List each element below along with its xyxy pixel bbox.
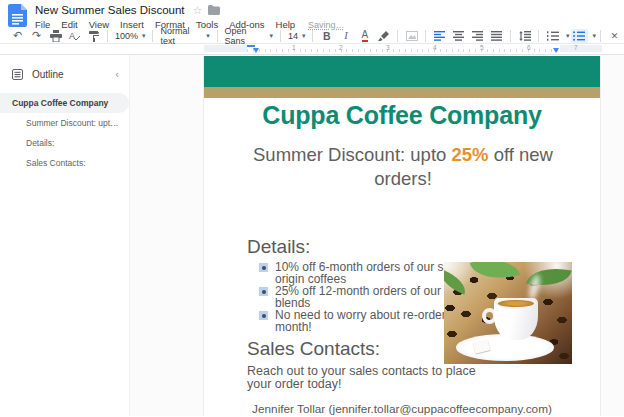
toolbar-separator xyxy=(280,30,281,42)
ruler-number: 6 xyxy=(527,44,531,51)
align-right-icon[interactable] xyxy=(469,29,486,43)
align-justify-icon[interactable] xyxy=(488,29,505,43)
numbered-list-icon[interactable] xyxy=(544,29,561,43)
menu-format[interactable]: Format xyxy=(155,19,185,30)
google-docs-logo-icon[interactable] xyxy=(8,4,27,27)
bold-button[interactable]: B xyxy=(318,29,335,43)
menu-addons[interactable]: Add-ons xyxy=(229,19,264,30)
subtitle-discount-value: 25% xyxy=(451,144,488,165)
ruler-left-margin xyxy=(204,45,247,52)
print-icon[interactable] xyxy=(47,29,64,43)
coffee-cup-image[interactable] xyxy=(444,262,572,364)
document-page[interactable]: Cuppa Coffee Company Summer Discount: up… xyxy=(203,56,601,416)
doc-subtitle[interactable]: Summer Discount: upto 25% off new orders… xyxy=(233,143,573,191)
main-area: Outline ‹ Cuppa Coffee Company Summer Di… xyxy=(0,55,624,416)
first-line-indent-marker[interactable] xyxy=(247,45,255,48)
align-center-icon[interactable] xyxy=(450,29,467,43)
ruler-number: 1 xyxy=(292,44,296,51)
bullet-marker-icon xyxy=(259,311,268,320)
titlebar: New Summer Sales Discount ☆ File Edit Vi… xyxy=(0,0,624,28)
chevron-down-icon: ▾ xyxy=(206,32,210,40)
menu-insert[interactable]: Insert xyxy=(120,19,144,30)
align-left-icon[interactable] xyxy=(431,29,448,43)
ruler[interactable]: 1 2 3 4 5 6 7 xyxy=(0,44,624,55)
ruler-number: 4 xyxy=(433,44,437,51)
highlight-color-icon[interactable] xyxy=(375,29,392,43)
insert-image-icon[interactable] xyxy=(403,29,420,43)
spelling-check-icon[interactable]: A xyxy=(66,29,83,43)
toolbar-separator xyxy=(510,30,511,42)
numbered-list-caret-icon[interactable]: ▾ xyxy=(566,32,570,40)
ruler-scale[interactable]: 1 2 3 4 5 6 7 xyxy=(204,44,602,54)
outline-item-details[interactable]: Details: xyxy=(0,133,129,153)
sales-contacts-heading[interactable]: Sales Contacts: xyxy=(247,338,380,360)
outline-item-discount[interactable]: Summer Discount: upto 25% off... xyxy=(0,113,129,133)
bulleted-list-icon[interactable] xyxy=(571,29,588,43)
bullet-marker-icon xyxy=(259,287,268,296)
chevron-down-icon: ▾ xyxy=(269,32,273,40)
toolbar-separator xyxy=(397,30,398,42)
ruler-number: 3 xyxy=(386,44,390,51)
ruler-number: 7 xyxy=(574,44,578,51)
details-heading[interactable]: Details: xyxy=(247,236,310,258)
bulleted-list-caret-icon[interactable]: ▾ xyxy=(593,32,597,40)
outline-icon xyxy=(12,69,23,80)
outline-sidebar: Outline ‹ Cuppa Coffee Company Summer Di… xyxy=(0,55,130,416)
left-indent-marker[interactable] xyxy=(253,48,259,53)
subtitle-prefix: Summer Discount: upto xyxy=(253,144,451,165)
document-title[interactable]: New Summer Sales Discount xyxy=(35,4,185,16)
star-icon[interactable]: ☆ xyxy=(193,4,203,17)
sales-paragraph[interactable]: Reach out to your sales contacts to plac… xyxy=(247,365,479,390)
right-indent-marker[interactable] xyxy=(553,48,559,53)
outline-item-title[interactable]: Cuppa Coffee Company xyxy=(0,93,129,113)
toolbar-separator xyxy=(217,30,218,42)
coffee-crema-graphic xyxy=(496,298,536,309)
chevron-down-icon: ▾ xyxy=(142,32,146,40)
contact-line[interactable]: Jennifer Tollar (jennifer.tollar@cuppaco… xyxy=(204,402,600,416)
ruler-right-margin xyxy=(560,45,602,52)
menu-tools[interactable]: Tools xyxy=(196,19,218,30)
line-spacing-icon[interactable] xyxy=(516,29,533,43)
paint-format-icon[interactable] xyxy=(85,29,102,43)
outline-items: Cuppa Coffee Company Summer Discount: up… xyxy=(0,93,129,173)
bullet-marker-icon xyxy=(259,263,268,272)
italic-button[interactable]: I xyxy=(337,29,354,43)
move-folder-icon[interactable] xyxy=(208,5,220,15)
toolbar-separator xyxy=(425,30,426,42)
collapse-outline-icon[interactable]: ‹ xyxy=(115,68,119,80)
outline-title: Outline xyxy=(32,69,115,80)
toolbar-separator xyxy=(312,30,313,42)
toolbar-separator xyxy=(107,30,108,42)
doc-heading-title[interactable]: Cuppa Coffee Company xyxy=(204,101,600,130)
outline-item-sales-contacts[interactable]: Sales Contacts: xyxy=(0,153,129,173)
chevron-down-icon: ▾ xyxy=(302,32,306,40)
document-canvas: Cuppa Coffee Company Summer Discount: up… xyxy=(130,55,624,416)
toolbar-separator xyxy=(600,30,601,42)
toolbar-separator xyxy=(152,30,153,42)
header-teal-band xyxy=(204,56,600,87)
ruler-number: 2 xyxy=(339,44,343,51)
menu-help[interactable]: Help xyxy=(276,19,296,30)
toolbar-separator xyxy=(538,30,539,42)
text-color-button[interactable]: A xyxy=(356,29,373,43)
undo-icon[interactable]: ↶ xyxy=(9,29,26,43)
header-gold-stripe xyxy=(204,87,600,98)
clear-formatting-icon[interactable]: ✕ xyxy=(606,29,623,43)
ruler-number: 5 xyxy=(480,44,484,51)
outline-header: Outline ‹ xyxy=(0,65,129,83)
redo-icon[interactable]: ↷ xyxy=(28,29,45,43)
